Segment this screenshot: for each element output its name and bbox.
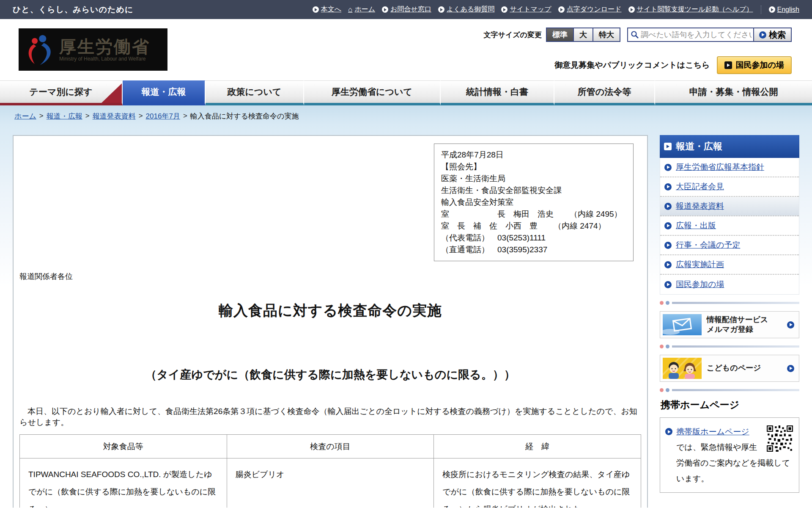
circle-arrow-icon [382, 6, 388, 13]
tab-press-publicity[interactable]: 報道・広報 [123, 80, 206, 105]
divider [660, 345, 799, 348]
sidebar-item-press-releases[interactable]: 報道発表資料 [660, 197, 799, 216]
font-size-label: 文字サイズの変更 [483, 30, 542, 40]
link-accessibility-tool[interactable]: サイト閲覧支援ツール起動（ヘルプ） [628, 5, 753, 14]
square-arrow-icon [664, 143, 672, 150]
cell-target-food: TIPWANCHAI SEAFOODS CO.,LTD. が製造したゆでがに（飲… [20, 458, 227, 508]
release-date: 平成28年7月28日 [441, 149, 626, 161]
circle-arrow-icon [664, 222, 672, 229]
qr-code [767, 425, 793, 452]
tab-laws[interactable]: 所管の法令等 [554, 80, 655, 105]
mobile-homepage-link[interactable]: 携帯版ホームページ [676, 424, 749, 439]
mobile-homepage-link-row: 携帯版ホームページ [665, 424, 763, 439]
link-home[interactable]: ⌂ホーム [348, 5, 375, 14]
site-tagline: ひと、くらし、みらいのために [13, 4, 133, 15]
contact-phone-direct: （直通電話） 03(3595)2337 [441, 244, 626, 256]
font-size-standard-button[interactable]: 標準 [546, 28, 574, 42]
divider [660, 388, 799, 392]
mobile-homepage-box: 携帯版ホームページ では、緊急情報や厚生労働省のご案内などを掲載しています。 [660, 417, 799, 493]
mailmag-banner[interactable]: 情報配信サービス メルマガ登録 [660, 311, 799, 338]
search-button[interactable]: 検索 [753, 28, 792, 42]
breadcrumb-home[interactable]: ホーム [14, 111, 36, 121]
contact-office: 輸入食品安全対策室 [441, 196, 626, 208]
table-row: TIPWANCHAI SEAFOODS CO.,LTD. が製造したゆでがに（飲… [20, 458, 641, 508]
tab-applications[interactable]: 申請・募集・情報公開 [655, 80, 812, 105]
tab-about-mhlw[interactable]: 厚生労働省について [304, 80, 441, 105]
breadcrumb-2016-july[interactable]: 2016年7月 [146, 111, 180, 121]
circle-arrow-icon [665, 428, 672, 435]
logo-text: 厚生労働省 Ministry of Health, Labour and Wel… [59, 37, 150, 62]
home-icon: ⌂ [348, 6, 352, 13]
public-comment-row: 御意見募集やパブリックコメントはこちら 国民参加の場 [554, 56, 792, 74]
link-faq[interactable]: よくある御質問 [438, 5, 495, 14]
kids-page-banner[interactable]: こどものページ [660, 355, 799, 382]
main-content: 平成28年7月28日 【照会先】 医薬・生活衛生局 生活衛生・食品安全部監視安全… [13, 135, 648, 508]
sidebar-item-minister-press-conference[interactable]: 大臣記者会見 [660, 177, 799, 197]
font-size-switcher: 標準 大 特大 [547, 28, 620, 42]
sidebar-item-publicity-policy[interactable]: 厚生労働省広報基本指針 [660, 158, 799, 177]
circle-arrow-icon [664, 164, 672, 171]
breadcrumb-press-releases[interactable]: 報道発表資料 [93, 111, 136, 121]
site-search: 検索 [627, 28, 792, 42]
circle-arrow-icon [664, 242, 672, 249]
circle-arrow-icon [438, 6, 444, 13]
page-lower: ホーム > 報道・広報 > 報道発表資料 > 2016年7月 > 輸入食品に対す… [0, 105, 812, 506]
font-size-large-button[interactable]: 大 [573, 28, 593, 42]
link-to-main-content[interactable]: 本文へ [313, 5, 341, 14]
tab-statistics[interactable]: 統計情報・白書 [441, 80, 554, 105]
tab-themes[interactable]: テーマ別に探す↓ [0, 80, 123, 105]
tab-policies[interactable]: 政策について [206, 80, 304, 105]
red-corner-decoration [102, 83, 122, 103]
breadcrumb-current: 輸入食品に対する検査命令の実施 [190, 111, 299, 121]
circle-arrow-icon [628, 6, 635, 13]
contact-heading: 【照会先】 [441, 161, 626, 173]
header-tools: 文字サイズの変更 標準 大 特大 検索 [483, 28, 792, 42]
sidebar-item-publications[interactable]: 広報・出版 [660, 216, 799, 236]
breadcrumb-press[interactable]: 報道・広報 [47, 111, 82, 121]
page-title: 輸入食品に対する検査命令の実施 [14, 301, 647, 320]
inspection-order-table: 対象食品等 検査の項目 経 緯 TIPWANCHAI SEAFOODS CO.,… [19, 434, 641, 508]
contact-director: 室 長 梅田 浩史 （内線 2495） [441, 208, 626, 220]
sidebar: 報道・広報 厚生労働省広報基本指針 大臣記者会見 報道発表資料 広報・出版 行事… [660, 135, 799, 493]
contact-phone-main: （代表電話） 03(5253)1111 [441, 232, 626, 244]
font-size-xlarge-button[interactable]: 特大 [593, 28, 620, 42]
sidebar-item-publicity-plan[interactable]: 広報実施計画 [660, 255, 799, 275]
mhlw-logo[interactable]: 厚生労働省 Ministry of Health, Labour and Wel… [19, 28, 167, 71]
table-header-background: 経 緯 [434, 435, 641, 458]
logo-title: 厚生労働省 [59, 37, 150, 56]
public-participation-button[interactable]: 国民参加の場 [717, 56, 792, 74]
salutation: 報道関係者各位 [19, 271, 647, 282]
link-sitemap[interactable]: サイトマップ [501, 5, 551, 14]
cell-inspection-item: 腸炎ビブリオ [227, 458, 434, 508]
table-header-row: 対象食品等 検査の項目 経 緯 [20, 435, 641, 458]
mobile-homepage-heading: 携帯ホームページ [661, 398, 799, 411]
breadcrumb: ホーム > 報道・広報 > 報道発表資料 > 2016年7月 > 輸入食品に対す… [0, 105, 812, 127]
search-field-wrap [627, 28, 754, 42]
contact-bureau: 医薬・生活衛生局 [441, 173, 626, 185]
logo-subtitle: Ministry of Health, Labour and Welfare [59, 56, 150, 62]
utility-links: 本文へ ⌂ホーム お問合せ窓口 よくある御質問 サイトマップ 点字ダウンロード … [313, 5, 799, 14]
link-braille-download[interactable]: 点字ダウンロード [558, 5, 622, 14]
site-header: 厚生労働省 Ministry of Health, Labour and Wel… [0, 19, 812, 80]
down-arrow-icon: ↓ [115, 101, 119, 105]
envelope-icon [663, 314, 702, 335]
circle-arrow-icon [664, 261, 672, 268]
search-icon [631, 30, 639, 39]
page-body: 平成28年7月28日 【照会先】 医薬・生活衛生局 生活衛生・食品安全部監視安全… [0, 127, 812, 508]
link-english[interactable]: English [769, 6, 799, 14]
square-arrow-icon [724, 61, 732, 69]
press-contact-box: 平成28年7月28日 【照会先】 医薬・生活衛生局 生活衛生・食品安全部監視安全… [434, 144, 634, 261]
link-contact[interactable]: お問合せ窓口 [382, 5, 431, 14]
circle-arrow-icon [664, 281, 672, 288]
circle-arrow-icon [759, 31, 766, 39]
sidebar-item-public-participation[interactable]: 国民参加の場 [660, 275, 799, 294]
circle-arrow-icon [664, 203, 672, 210]
global-navigation: テーマ別に探す↓ 報道・広報 政策について 厚生労働省について 統計情報・白書 … [0, 80, 812, 105]
circle-arrow-icon [313, 6, 319, 13]
public-comment-text: 御意見募集やパブリックコメントはこちら [554, 60, 710, 71]
cell-background: 検疫所におけるモニタリング検査の結果、タイ産ゆでがに（飲食に供する際に加熱を要し… [434, 458, 641, 508]
search-input[interactable] [641, 30, 752, 39]
sidebar-item-events-schedule[interactable]: 行事・会議の予定 [660, 236, 799, 255]
table-header-inspection-items: 検査の項目 [227, 435, 434, 458]
kids-icon [663, 358, 702, 379]
